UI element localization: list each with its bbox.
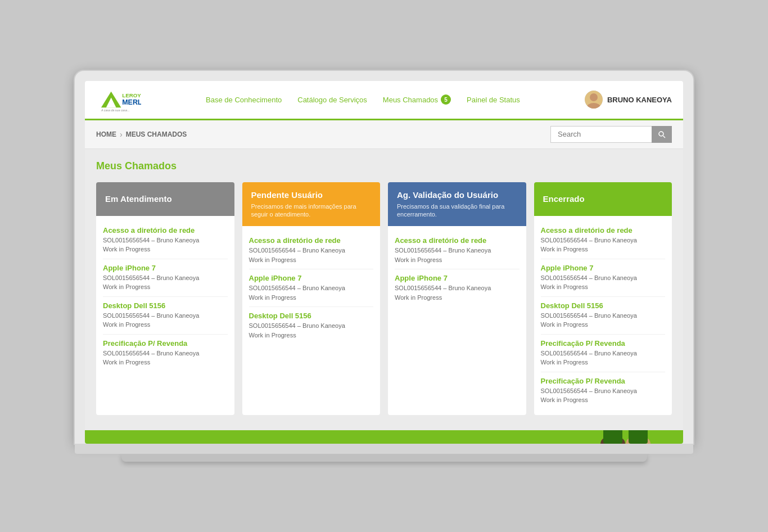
column-em-atendimento: Em Atendimento Acesso a diretório de red… xyxy=(96,182,234,415)
ticket-title: Desktop Dell 5156 xyxy=(103,301,228,310)
ticket-title: Acesso a diretório de rede xyxy=(541,226,666,235)
nav-painel-status[interactable]: Painel de Status xyxy=(467,96,520,104)
ticket-title: Apple iPhone 7 xyxy=(395,274,519,282)
breadcrumb-current: MEUS CHAMADOS xyxy=(126,130,187,138)
laptop-base xyxy=(75,444,693,454)
ticket-title: Precificação P/ Revenda xyxy=(541,377,666,385)
ticket-title: Precificação P/ Revenda xyxy=(541,339,666,348)
svg-rect-15 xyxy=(629,430,648,444)
ticket-title: Apple iPhone 7 xyxy=(249,274,374,282)
page-title: Meus Chamados xyxy=(96,160,672,172)
main-content: Meus Chamados Em Atendimento Acesso a di… xyxy=(85,149,683,430)
ticket-meta: SOL0015656544 – Bruno Kaneoya Work in Pr… xyxy=(249,321,374,340)
laptop-bezel: LEROY MERLIN A casa da sua casa... Base … xyxy=(75,71,693,444)
svg-rect-12 xyxy=(603,430,622,444)
ticket-meta: SOL0015656544 – Bruno Kaneoya Work in Pr… xyxy=(541,273,666,292)
column-subtitle-validacao: Precisamos da sua validação final para e… xyxy=(397,202,517,219)
ticket-item[interactable]: Acesso a diretório de rede SOL0015656544… xyxy=(541,222,666,259)
ticket-title: Precificação P/ Revenda xyxy=(103,339,228,348)
nav-base-conhecimento[interactable]: Base de Conhecimento xyxy=(206,96,282,104)
ticket-title: Acesso a diretório de rede xyxy=(395,236,519,245)
logo-area[interactable]: LEROY MERLIN A casa da sua casa... xyxy=(96,85,141,114)
ticket-meta: SOL0015656544 – Bruno Kaneoya Work in Pr… xyxy=(541,236,666,254)
svg-text:MERLIN: MERLIN xyxy=(122,98,141,106)
column-title-em-atendimento: Em Atendimento xyxy=(105,194,225,204)
ticket-meta: SOL0015656544 – Bruno Kaneoya Work in Pr… xyxy=(541,386,666,405)
column-header-encerrado: Encerrado xyxy=(534,182,672,216)
column-encerrado: Encerrado Acesso a diretório de rede SOL… xyxy=(534,182,672,415)
ticket-item[interactable]: Desktop Dell 5156 SOL0015656544 – Bruno … xyxy=(103,297,228,335)
breadcrumb-home[interactable]: HOME xyxy=(96,130,116,138)
column-title-encerrado: Encerrado xyxy=(543,194,663,204)
svg-point-8 xyxy=(659,132,663,136)
column-header-em-atendimento: Em Atendimento xyxy=(96,182,234,216)
user-avatar xyxy=(585,91,603,109)
ticket-item[interactable]: Apple iPhone 7 SOL0015656544 – Bruno Kan… xyxy=(103,259,228,297)
svg-text:LEROY: LEROY xyxy=(122,92,141,98)
ticket-meta: SOL0015656544 – Bruno Kaneoya Work in Pr… xyxy=(103,311,228,330)
column-body-em-atendimento: Acesso a diretório de rede SOL0015656544… xyxy=(96,216,234,415)
footer-people-svg xyxy=(593,430,661,444)
user-area[interactable]: BRUNO KANEOYA xyxy=(585,91,672,109)
search-button[interactable] xyxy=(652,126,672,143)
column-title-pendente: Pendente Usuário xyxy=(251,190,372,200)
search-input[interactable] xyxy=(550,126,652,143)
logo-svg: LEROY MERLIN A casa da sua casa... xyxy=(96,85,141,114)
column-pendente-usuario: Pendente Usuário Precisamos de mais info… xyxy=(242,182,381,415)
screen: LEROY MERLIN A casa da sua casa... Base … xyxy=(85,81,683,444)
ticket-item[interactable]: Apple iPhone 7 SOL0015656544 – Bruno Kan… xyxy=(249,269,374,307)
ticket-meta: SOL0015656544 – Bruno Kaneoya Work in Pr… xyxy=(395,246,519,264)
column-header-pendente: Pendente Usuário Precisamos de mais info… xyxy=(242,182,381,227)
column-ag-validacao: Ag. Validação do Usuário Precisamos da s… xyxy=(388,182,526,415)
ticket-meta: SOL0015656544 – Bruno Kaneoya Work in Pr… xyxy=(249,283,374,302)
ticket-title: Acesso a diretório de rede xyxy=(103,226,228,235)
column-body-pendente: Acesso a diretório de rede SOL0015656544… xyxy=(242,226,381,414)
ticket-item[interactable]: Apple iPhone 7 SOL0015656544 – Bruno Kan… xyxy=(541,259,666,297)
ticket-item[interactable]: Precificação P/ Revenda SOL0015656544 – … xyxy=(541,335,666,372)
ticket-meta: SOL0015656544 – Bruno Kaneoya Work in Pr… xyxy=(395,283,519,302)
column-title-validacao: Ag. Validação do Usuário xyxy=(397,190,517,200)
ticket-item[interactable]: Acesso a diretório de rede SOL0015656544… xyxy=(249,232,374,269)
ticket-item[interactable]: Apple iPhone 7 SOL0015656544 – Bruno Kan… xyxy=(395,269,519,306)
column-header-validacao: Ag. Validação do Usuário Precisamos da s… xyxy=(388,182,526,227)
ticket-title: Desktop Dell 5156 xyxy=(541,301,666,310)
svg-point-6 xyxy=(590,93,598,101)
ticket-title: Apple iPhone 7 xyxy=(103,264,228,272)
meus-chamados-badge: 5 xyxy=(441,94,451,105)
footer xyxy=(85,430,683,444)
ticket-meta: SOL0015656544 – Bruno Kaneoya Work in Pr… xyxy=(541,349,666,367)
ticket-meta: SOL0015656544 – Bruno Kaneoya Work in Pr… xyxy=(103,349,228,367)
breadcrumb-bar: HOME › MEUS CHAMADOS xyxy=(85,120,683,149)
ticket-item[interactable]: Acesso a diretório de rede SOL0015656544… xyxy=(395,232,519,269)
kanban-board: Em Atendimento Acesso a diretório de red… xyxy=(96,182,672,415)
column-subtitle-pendente: Precisamos de mais informações para segu… xyxy=(251,202,372,219)
ticket-item[interactable]: Desktop Dell 5156 SOL0015656544 – Bruno … xyxy=(541,297,666,335)
breadcrumb-separator: › xyxy=(120,130,123,139)
ticket-title: Apple iPhone 7 xyxy=(541,264,666,272)
svg-line-9 xyxy=(663,136,666,138)
nav-meus-chamados[interactable]: Meus Chamados 5 xyxy=(383,94,451,105)
header: LEROY MERLIN A casa da sua casa... Base … xyxy=(85,81,683,120)
ticket-item[interactable]: Precificação P/ Revenda SOL0015656544 – … xyxy=(103,335,228,372)
ticket-item[interactable]: Precificação P/ Revenda SOL0015656544 – … xyxy=(541,372,666,409)
laptop-wrapper: LEROY MERLIN A casa da sua casa... Base … xyxy=(75,71,693,462)
ticket-meta: SOL0015656544 – Bruno Kaneoya Work in Pr… xyxy=(249,246,374,264)
column-body-validacao: Acesso a diretório de rede SOL0015656544… xyxy=(388,226,526,414)
breadcrumb: HOME › MEUS CHAMADOS xyxy=(96,130,187,139)
ticket-item[interactable]: Acesso a diretório de rede SOL0015656544… xyxy=(103,222,228,259)
ticket-meta: SOL0015656544 – Bruno Kaneoya Work in Pr… xyxy=(103,236,228,254)
search-area xyxy=(550,126,672,143)
svg-text:A casa da sua casa...: A casa da sua casa... xyxy=(101,109,130,112)
ticket-item[interactable]: Desktop Dell 5156 SOL0015656544 – Bruno … xyxy=(249,307,374,344)
search-icon xyxy=(658,130,666,138)
ticket-meta: SOL0015656544 – Bruno Kaneoya Work in Pr… xyxy=(103,273,228,292)
column-body-encerrado: Acesso a diretório de rede SOL0015656544… xyxy=(534,216,672,415)
people-illustration xyxy=(593,430,661,444)
ticket-meta: SOL0015656544 – Bruno Kaneoya Work in Pr… xyxy=(541,311,666,330)
user-name: BRUNO KANEOYA xyxy=(607,96,672,104)
ticket-title: Acesso a diretório de rede xyxy=(249,236,374,245)
main-nav: Base de Conhecimento Catálogo de Serviço… xyxy=(206,94,520,105)
ticket-title: Desktop Dell 5156 xyxy=(249,312,374,320)
nav-catalogo-servicos[interactable]: Catálogo de Serviços xyxy=(297,96,367,104)
laptop-bottom xyxy=(121,454,647,462)
